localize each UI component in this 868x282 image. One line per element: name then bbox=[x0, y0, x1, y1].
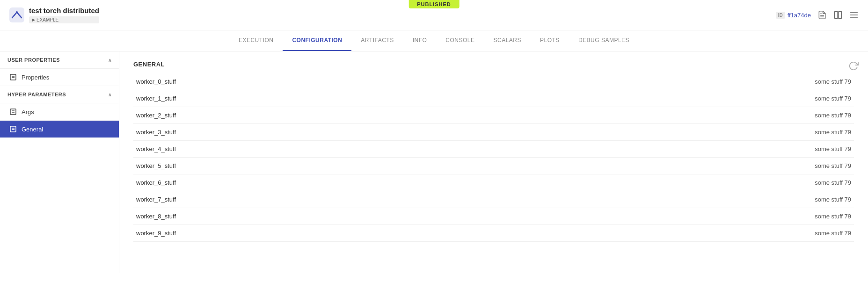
tab-info[interactable]: INFO bbox=[403, 30, 437, 51]
config-value: some stuff 79 bbox=[758, 179, 851, 186]
config-key: worker_7_stuff bbox=[136, 196, 758, 203]
refresh-button[interactable] bbox=[848, 61, 859, 73]
config-key: worker_6_stuff bbox=[136, 179, 758, 186]
id-label: ID bbox=[776, 12, 785, 19]
sidebar-item-general[interactable]: General bbox=[0, 121, 119, 138]
svg-rect-0 bbox=[9, 7, 24, 22]
config-key: worker_3_stuff bbox=[136, 129, 758, 136]
svg-rect-9 bbox=[10, 74, 16, 80]
tab-execution[interactable]: EXECUTION bbox=[229, 30, 283, 51]
sidebar-section-hyper-parameters[interactable]: HYPER PARAMETERS ∧ bbox=[0, 86, 119, 103]
table-row: worker_0_stuff some stuff 79 bbox=[133, 73, 854, 90]
table-row: worker_8_stuff some stuff 79 bbox=[133, 208, 854, 225]
svg-rect-12 bbox=[10, 109, 16, 115]
table-row: worker_5_stuff some stuff 79 bbox=[133, 158, 854, 174]
general-icon bbox=[9, 125, 17, 133]
table-row: worker_9_stuff some stuff 79 bbox=[133, 225, 854, 242]
header-left: test torch distributed EXAMPLE bbox=[9, 7, 99, 23]
properties-label: Properties bbox=[22, 74, 49, 81]
config-key: worker_2_stuff bbox=[136, 112, 758, 119]
config-value: some stuff 79 bbox=[758, 230, 851, 237]
args-icon bbox=[9, 108, 17, 116]
tab-console[interactable]: CONSOLE bbox=[436, 30, 484, 51]
config-value: some stuff 79 bbox=[758, 129, 851, 136]
table-row: worker_3_stuff some stuff 79 bbox=[133, 124, 854, 141]
table-row: worker_7_stuff some stuff 79 bbox=[133, 191, 854, 208]
svg-rect-5 bbox=[839, 12, 842, 19]
table-row: worker_4_stuff some stuff 79 bbox=[133, 141, 854, 158]
config-key: worker_8_stuff bbox=[136, 213, 758, 220]
config-value: some stuff 79 bbox=[758, 196, 851, 203]
general-label: General bbox=[22, 126, 43, 133]
tab-configuration[interactable]: CONFIGURATION bbox=[283, 30, 351, 51]
tab-scalars[interactable]: SCALARS bbox=[484, 30, 531, 51]
config-value: some stuff 79 bbox=[758, 213, 851, 220]
config-rows: worker_0_stuff some stuff 79 worker_1_st… bbox=[133, 73, 854, 242]
user-properties-label: USER PROPERTIES bbox=[7, 57, 60, 63]
sidebar-item-properties[interactable]: Properties bbox=[0, 69, 119, 86]
nav-tabs: EXECUTION CONFIGURATION ARTIFACTS INFO C… bbox=[0, 30, 868, 51]
user-properties-chevron-icon: ∧ bbox=[108, 58, 112, 63]
tab-debug-samples[interactable]: DEBUG SAMPLES bbox=[569, 30, 639, 51]
section-title: GENERAL bbox=[133, 61, 854, 68]
hyper-parameters-label: HYPER PARAMETERS bbox=[7, 92, 66, 97]
id-badge: ID ff1a74de bbox=[776, 12, 811, 19]
hyper-parameters-chevron-icon: ∧ bbox=[108, 92, 112, 97]
published-banner: PUBLISHED bbox=[408, 0, 460, 8]
config-value: some stuff 79 bbox=[758, 78, 851, 85]
properties-icon bbox=[9, 73, 17, 81]
config-key: worker_0_stuff bbox=[136, 78, 758, 85]
split-view-icon[interactable] bbox=[833, 10, 843, 20]
menu-icon[interactable] bbox=[849, 10, 859, 20]
sidebar-section-user-properties[interactable]: USER PROPERTIES ∧ bbox=[0, 51, 119, 69]
main-content: GENERAL worker_0_stuff some stuff 79 wor… bbox=[119, 51, 868, 273]
id-value: ff1a74de bbox=[788, 12, 811, 19]
args-label: Args bbox=[22, 108, 34, 116]
config-value: some stuff 79 bbox=[758, 145, 851, 152]
tab-plots[interactable]: PLOTS bbox=[531, 30, 569, 51]
example-badge: EXAMPLE bbox=[29, 16, 99, 23]
table-row: worker_6_stuff some stuff 79 bbox=[133, 174, 854, 191]
config-value: some stuff 79 bbox=[758, 95, 851, 102]
config-key: worker_5_stuff bbox=[136, 162, 758, 169]
sidebar-item-args[interactable]: Args bbox=[0, 103, 119, 121]
config-key: worker_9_stuff bbox=[136, 230, 758, 237]
table-row: worker_1_stuff some stuff 79 bbox=[133, 90, 854, 107]
refresh-icon bbox=[848, 61, 859, 71]
table-row: worker_2_stuff some stuff 79 bbox=[133, 107, 854, 124]
sidebar: USER PROPERTIES ∧ Properties HYPER PARAM… bbox=[0, 51, 119, 273]
svg-rect-4 bbox=[835, 12, 838, 19]
header-right: ID ff1a74de bbox=[776, 10, 859, 20]
config-key: worker_1_stuff bbox=[136, 95, 758, 102]
tab-artifacts[interactable]: ARTIFACTS bbox=[351, 30, 403, 51]
config-value: some stuff 79 bbox=[758, 112, 851, 119]
svg-rect-15 bbox=[10, 126, 16, 132]
app-logo-icon bbox=[9, 7, 24, 22]
config-key: worker_4_stuff bbox=[136, 145, 758, 152]
layout: USER PROPERTIES ∧ Properties HYPER PARAM… bbox=[0, 51, 868, 273]
document-icon[interactable] bbox=[817, 10, 827, 20]
app-title: test torch distributed bbox=[29, 7, 99, 14]
svg-point-1 bbox=[16, 11, 18, 13]
config-value: some stuff 79 bbox=[758, 162, 851, 169]
